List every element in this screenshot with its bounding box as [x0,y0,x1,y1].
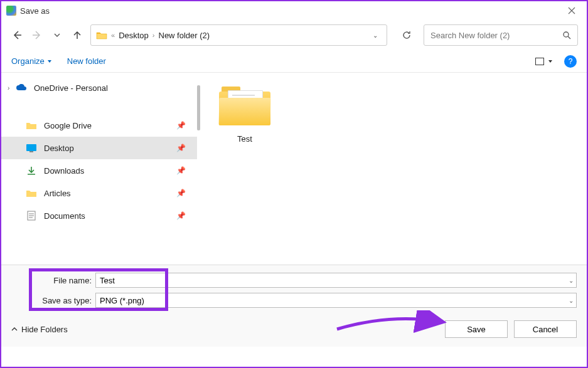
save-button[interactable]: Save [445,320,508,338]
sidebar-item-google-drive[interactable]: Google Drive 📌 [1,114,197,137]
pin-icon: 📌 [176,166,186,175]
new-folder-button[interactable]: New folder [67,56,106,66]
download-icon [25,166,38,176]
pin-icon: 📌 [176,189,186,197]
svg-point-0 [564,32,569,37]
filename-input[interactable] [100,276,572,285]
folder-icon [25,120,38,130]
filetype-label: Save as type: [39,296,95,305]
sidebar-item-downloads[interactable]: Downloads 📌 [1,159,197,182]
dialog-footer: Hide Folders Save Cancel [1,314,587,347]
nav-row: « Desktop › New folder (2) ⌄ [1,20,587,50]
filetype-value: PNG (*.png) [100,296,144,305]
folder-icon [25,188,38,198]
sidebar-item-documents[interactable]: Documents 📌 [1,204,197,227]
sidebar-item-articles[interactable]: Articles 📌 [1,182,197,204]
toolbar: Organize New folder ? [1,50,587,73]
hide-folders-label: Hide Folders [21,325,68,334]
sidebar-resize-handle[interactable] [197,73,201,265]
view-options-button[interactable] [535,58,553,65]
breadcrumb[interactable]: « Desktop › New folder (2) ⌄ [90,24,387,46]
recent-locations-button[interactable] [50,28,64,42]
folder-icon [219,85,270,125]
chevron-down-icon[interactable]: ⌄ [369,32,382,39]
close-button[interactable] [559,2,584,19]
cancel-button[interactable]: Cancel [514,320,577,338]
filename-label: File name: [39,276,95,285]
pin-icon: 📌 [176,211,186,220]
sidebar-item-label: Desktop [44,144,74,153]
search-box[interactable] [424,24,578,46]
save-panel: File name: ⌄ Save as type: PNG (*.png) ⌄… [1,265,587,347]
organize-menu[interactable]: Organize [11,56,52,66]
breadcrumb-sep-icon: « [111,31,115,39]
chevron-down-icon[interactable]: ⌄ [569,297,574,304]
chevron-up-icon [11,326,18,332]
sidebar-item-desktop[interactable]: Desktop 📌 [1,137,197,159]
sidebar-item-label: Google Drive [44,121,92,130]
desktop-icon [25,143,38,153]
help-button[interactable]: ? [564,55,577,68]
hide-folders-button[interactable]: Hide Folders [11,325,68,334]
title-bar: Save as [1,1,587,20]
up-button[interactable] [70,28,84,42]
filename-field[interactable]: ⌄ [95,273,577,288]
sidebar-item-label: Articles [44,189,71,198]
caret-down-icon [47,59,52,64]
svg-rect-1 [26,144,36,151]
back-button[interactable] [10,28,24,42]
sidebar-item-label: Downloads [44,166,84,176]
forward-button[interactable] [30,28,44,42]
filetype-field[interactable]: PNG (*.png) ⌄ [95,293,577,308]
pin-icon: 📌 [176,144,186,152]
breadcrumb-item[interactable]: Desktop [119,31,149,40]
svg-rect-2 [29,151,33,152]
view-icon [535,58,544,65]
annotation-arrow [334,310,447,335]
file-list[interactable]: Test [201,73,587,265]
sidebar: › OneDrive - Personal Google Drive 📌 Des… [1,73,197,265]
breadcrumb-item[interactable]: New folder (2) [159,31,210,40]
main-area: › OneDrive - Personal Google Drive 📌 Des… [1,73,587,265]
sidebar-item-onedrive[interactable]: › OneDrive - Personal [1,76,197,99]
chevron-down-icon[interactable]: ⌄ [569,277,574,284]
caret-down-icon [548,59,553,64]
window-title: Save as [20,6,50,16]
organize-label: Organize [11,56,45,66]
chevron-right-icon[interactable]: › [8,85,15,92]
folder-label: Test [237,134,252,144]
cloud-icon [15,83,28,93]
app-icon [6,6,16,16]
folder-tile[interactable]: Test [213,85,276,144]
document-icon [25,211,38,221]
scrollbar-thumb[interactable] [197,85,200,130]
sidebar-item-label: OneDrive - Personal [34,83,108,93]
sidebar-item-label: Documents [44,211,85,221]
refresh-button[interactable] [396,24,417,46]
search-icon [562,31,571,39]
chevron-right-icon: › [152,31,155,39]
folder-icon [96,31,107,39]
search-input[interactable] [430,31,562,40]
pin-icon: 📌 [176,121,186,130]
